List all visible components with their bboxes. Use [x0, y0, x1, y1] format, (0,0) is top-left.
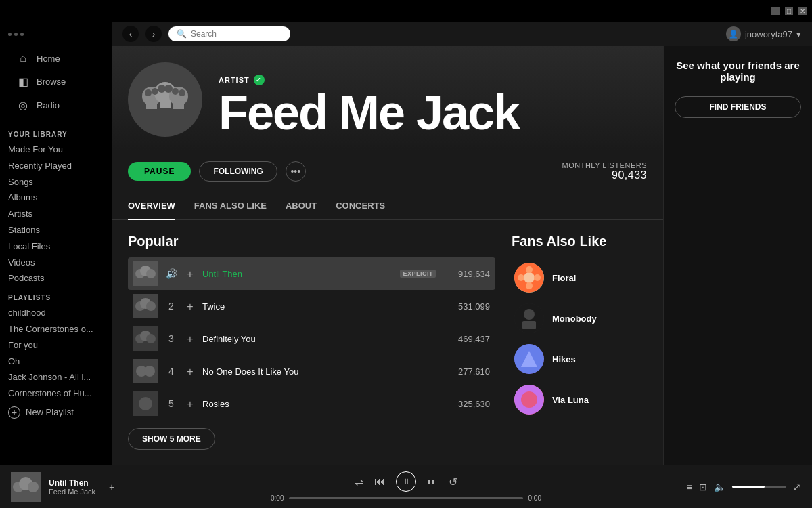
- popular-section: Popular 🔊 + Until Then EXPLICIT: [128, 234, 495, 450]
- track-plays: 531,099: [443, 301, 490, 312]
- more-button[interactable]: •••: [286, 161, 306, 182]
- fans-section: Fans Also Like Floral Monobody: [512, 234, 647, 450]
- track-number: 5: [164, 398, 178, 409]
- volume-button[interactable]: 🔈: [714, 482, 725, 492]
- sidebar-item-videos[interactable]: Videos: [0, 254, 112, 270]
- username-label: jnoworyta97: [745, 29, 792, 39]
- table-row[interactable]: 4 + No One Does It Like You 277,610: [128, 355, 495, 387]
- svg-point-34: [534, 274, 541, 281]
- sidebar-playlist-jack-johnson[interactable]: Jack Johnson - All i...: [0, 368, 112, 385]
- artist-tabs: OVERVIEW FANS ALSO LIKE ABOUT CONCERTS: [112, 192, 663, 220]
- search-input[interactable]: [191, 29, 272, 39]
- repeat-button[interactable]: ↺: [449, 475, 457, 488]
- tab-about[interactable]: ABOUT: [286, 192, 317, 220]
- player-track-info: Until Then Feed Me Jack: [49, 478, 95, 496]
- maximize-button[interactable]: □: [785, 7, 793, 15]
- find-friends-button[interactable]: FIND FRIENDS: [675, 96, 801, 118]
- dot3: [20, 33, 24, 36]
- sidebar-playlist-cornerstones[interactable]: The Cornerstones o...: [0, 320, 112, 337]
- sidebar-playlist-oh[interactable]: Oh: [0, 353, 112, 369]
- sidebar-item-label-browse: Browse: [37, 77, 66, 87]
- table-row[interactable]: 2 + Twice 531,099: [128, 290, 495, 322]
- search-icon: 🔍: [177, 29, 187, 39]
- queue-button[interactable]: ≡: [687, 482, 692, 492]
- sidebar-playlist-childhood[interactable]: childhood: [0, 304, 112, 320]
- sidebar-item-browse[interactable]: ◧ Browse: [8, 70, 104, 93]
- svg-point-28: [139, 397, 152, 410]
- sidebar-item-radio[interactable]: ◎ Radio: [8, 93, 104, 117]
- track-number: 🔊: [164, 268, 178, 279]
- devices-button[interactable]: ⊡: [699, 482, 707, 492]
- track-thumbnail: [133, 294, 158, 318]
- track-plays: 325,630: [443, 399, 490, 409]
- tab-concerts[interactable]: CONCERTS: [336, 192, 385, 220]
- add-track-button[interactable]: +: [185, 366, 196, 377]
- dot2: [14, 33, 18, 36]
- table-row[interactable]: 🔊 + Until Then EXPLICIT 919,634: [128, 257, 495, 290]
- player-add-button[interactable]: +: [109, 482, 114, 492]
- volume-slider[interactable]: [732, 486, 786, 488]
- sidebar-item-songs[interactable]: Songs: [0, 173, 112, 190]
- table-row[interactable]: 3 + Definitely You 469,437: [128, 322, 495, 355]
- svg-rect-3: [146, 102, 157, 109]
- add-track-button[interactable]: +: [185, 333, 196, 344]
- user-area[interactable]: 👤 jnoworyta97 ▾: [726, 26, 801, 41]
- sidebar-item-recently-played[interactable]: Recently Played: [0, 157, 112, 173]
- sidebar-item-artists[interactable]: Artists: [0, 205, 112, 221]
- progress-track[interactable]: [289, 497, 522, 499]
- player-bar: Until Then Feed Me Jack + ⇌ ⏮ ⏸ ⏭ ↺ 0:00…: [0, 465, 812, 508]
- minimize-button[interactable]: –: [771, 7, 780, 15]
- fan-avatar-monobody: [514, 303, 544, 333]
- artist-type-label: ARTIST ✓: [219, 75, 647, 85]
- sidebar-item-local-files[interactable]: Local Files: [0, 238, 112, 254]
- albums-section: Albums ≡ ⊞: [112, 463, 663, 465]
- add-track-button[interactable]: +: [185, 398, 196, 409]
- fullscreen-button[interactable]: ⤢: [793, 482, 801, 492]
- previous-button[interactable]: ⏮: [374, 475, 385, 488]
- title-bar: – □ ✕: [0, 0, 812, 22]
- sidebar-playlist-for-you[interactable]: For you: [0, 337, 112, 353]
- sidebar-item-home[interactable]: ⌂ Home: [8, 47, 104, 70]
- time-total: 0:00: [528, 494, 541, 502]
- player-track-artist: Feed Me Jack: [49, 488, 95, 496]
- show-more-button[interactable]: SHOW 5 MORE: [128, 428, 215, 450]
- fan-name: Via Luna: [552, 395, 589, 405]
- svg-rect-5: [173, 102, 184, 109]
- shuffle-button[interactable]: ⇌: [355, 475, 363, 488]
- list-item[interactable]: Hikes: [512, 339, 647, 379]
- artist-info: ARTIST ✓ Feed Me Jack: [219, 75, 647, 137]
- library-section-title: YOUR LIBRARY: [0, 123, 112, 141]
- progress-bar[interactable]: 0:00 0:00: [271, 494, 541, 502]
- following-button[interactable]: FOLLOWING: [199, 161, 277, 182]
- sidebar-item-albums[interactable]: Albums: [0, 189, 112, 205]
- tab-fans-also-like[interactable]: FANS ALSO LIKE: [194, 192, 267, 220]
- track-name: Rosies: [202, 399, 436, 409]
- play-pause-button[interactable]: ⏸: [396, 471, 416, 492]
- speaker-icon: 🔊: [166, 268, 177, 279]
- sidebar: ⌂ Home ◧ Browse ◎ Radio YOUR LIBRARY Mad…: [0, 22, 112, 465]
- sidebar-playlist-cornerstones-hu[interactable]: Cornerstones of Hu...: [0, 385, 112, 401]
- table-row[interactable]: 5 + Rosies 325,630: [128, 387, 495, 420]
- new-playlist-button[interactable]: + New Playlist: [0, 401, 112, 424]
- add-track-button[interactable]: +: [185, 301, 196, 312]
- svg-point-6: [145, 89, 152, 96]
- player-album-art: [11, 472, 41, 502]
- list-item[interactable]: Monobody: [512, 298, 647, 339]
- list-item[interactable]: Floral: [512, 257, 647, 298]
- sidebar-item-podcasts[interactable]: Podcasts: [0, 270, 112, 286]
- track-number: 4: [164, 366, 178, 377]
- player-left: Until Then Feed Me Jack +: [11, 472, 146, 502]
- svg-point-26: [144, 366, 155, 377]
- sidebar-item-made-for-you[interactable]: Made For You: [0, 141, 112, 157]
- player-track-name: Until Then: [49, 478, 95, 488]
- next-button[interactable]: ⏭: [427, 475, 438, 488]
- add-track-button[interactable]: +: [185, 268, 196, 279]
- pause-button[interactable]: PAUSE: [128, 162, 191, 181]
- list-item[interactable]: Via Luna: [512, 379, 647, 420]
- fan-name: Monobody: [552, 314, 597, 324]
- forward-button[interactable]: ›: [145, 26, 162, 42]
- sidebar-item-stations[interactable]: Stations: [0, 221, 112, 238]
- back-button[interactable]: ‹: [122, 26, 139, 42]
- close-button[interactable]: ✕: [798, 7, 807, 15]
- tab-overview[interactable]: OVERVIEW: [128, 192, 175, 220]
